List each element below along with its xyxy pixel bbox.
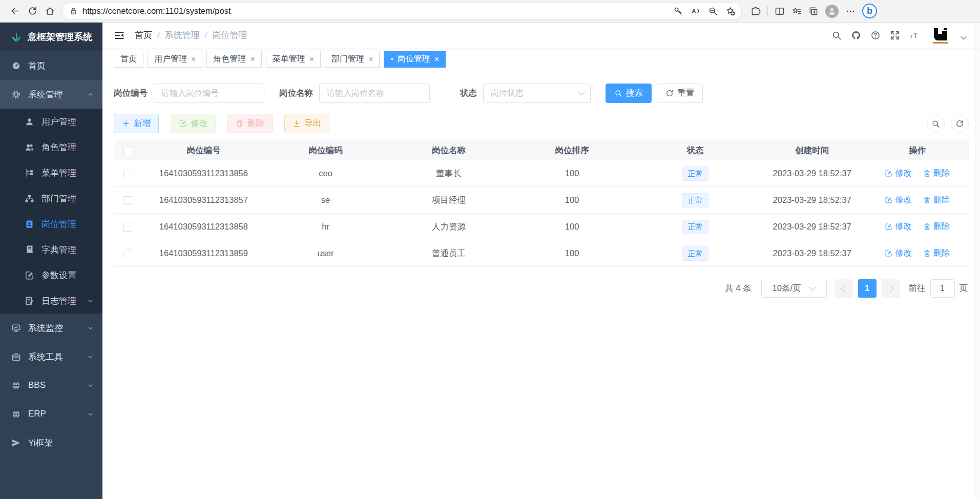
avatar-underline bbox=[933, 42, 948, 44]
read-aloud-icon[interactable] bbox=[691, 6, 700, 16]
user-menu-caret-icon[interactable] bbox=[958, 33, 969, 43]
browser-home-icon[interactable] bbox=[41, 3, 58, 20]
page-size-select[interactable]: 10条/页 bbox=[761, 279, 827, 298]
url-text[interactable]: https://ccnetcore.com:1101/system/post bbox=[82, 6, 673, 16]
close-icon[interactable]: × bbox=[250, 55, 255, 64]
split-screen-icon[interactable] bbox=[775, 6, 785, 16]
close-icon[interactable]: × bbox=[434, 55, 439, 64]
tab-role-management[interactable]: 角色管理 × bbox=[206, 51, 261, 68]
tab-menu-management[interactable]: 菜单管理 × bbox=[266, 51, 321, 68]
copilot-bing-icon[interactable]: b bbox=[862, 4, 877, 18]
status-select[interactable]: 岗位状态 bbox=[483, 84, 591, 103]
breadcrumb-home[interactable]: 首页 bbox=[135, 29, 152, 41]
delete-button[interactable]: 删除 bbox=[227, 114, 273, 133]
sidebar-item-bbs[interactable]: BBS bbox=[0, 371, 102, 400]
sidebar-item-system-management[interactable]: 系统管理 bbox=[0, 80, 102, 109]
address-bar[interactable]: https://ccnetcore.com:1101/system/post bbox=[62, 3, 741, 19]
sidebar-item-log-management[interactable]: 日志管理 bbox=[0, 288, 102, 314]
menu-tree-icon bbox=[25, 168, 34, 178]
row-edit-link[interactable]: 修改 bbox=[885, 221, 911, 232]
row-edit-link[interactable]: 修改 bbox=[885, 248, 911, 259]
breadcrumb-system: 系统管理 bbox=[165, 29, 200, 41]
page-number-1[interactable]: 1 bbox=[858, 279, 877, 298]
add-favorite-icon[interactable] bbox=[725, 6, 735, 16]
tab-dept-management[interactable]: 部门管理 × bbox=[325, 51, 380, 68]
sidebar-item-system-tools[interactable]: 系统工具 bbox=[0, 342, 102, 371]
browser-menu-icon[interactable] bbox=[845, 6, 856, 16]
page-scrollbar[interactable] bbox=[975, 23, 980, 499]
tab-user-management[interactable]: 用户管理 × bbox=[148, 51, 202, 68]
font-size-icon[interactable] bbox=[909, 30, 920, 40]
refresh-table-button[interactable] bbox=[951, 115, 969, 133]
sidebar-submenu-system: 用户管理 角色管理 菜单管理 部门管理 bbox=[0, 109, 102, 314]
password-key-icon[interactable] bbox=[673, 6, 683, 16]
reset-button[interactable]: 重置 bbox=[657, 84, 703, 103]
extensions-icon[interactable] bbox=[750, 6, 761, 16]
sidebar-item-dept-management[interactable]: 部门管理 bbox=[0, 185, 102, 211]
row-edit-link[interactable]: 修改 bbox=[885, 168, 911, 179]
browser-refresh-icon[interactable] bbox=[24, 3, 41, 20]
row-delete-link[interactable]: 删除 bbox=[923, 168, 950, 179]
help-icon[interactable] bbox=[870, 30, 881, 40]
edit-square-icon bbox=[25, 271, 34, 280]
sidebar-item-role-management[interactable]: 角色管理 bbox=[0, 134, 102, 160]
row-delete-link[interactable]: 删除 bbox=[923, 248, 950, 259]
row-checkbox[interactable] bbox=[123, 196, 132, 205]
next-page-button[interactable] bbox=[882, 279, 900, 298]
monitor-icon bbox=[11, 323, 21, 333]
search-icon bbox=[931, 119, 940, 128]
goto-page-input[interactable] bbox=[930, 279, 955, 298]
post-name-input[interactable] bbox=[319, 84, 430, 103]
cell-post-sort: 100 bbox=[512, 214, 633, 240]
table-option-buttons bbox=[927, 115, 969, 133]
export-button[interactable]: 导出 bbox=[284, 114, 329, 133]
user-avatar-logo[interactable] bbox=[932, 27, 949, 44]
search-button[interactable]: 搜索 bbox=[606, 84, 652, 103]
fullscreen-icon[interactable] bbox=[890, 30, 900, 40]
sidebar-item-user-management[interactable]: 用户管理 bbox=[0, 109, 102, 134]
app-logo[interactable]: 意框架管理系统 bbox=[0, 23, 102, 51]
row-checkbox[interactable] bbox=[123, 249, 132, 258]
browser-profile-avatar[interactable] bbox=[825, 5, 839, 18]
cell-post-name: 董事长 bbox=[386, 160, 512, 187]
prev-page-button[interactable] bbox=[835, 279, 853, 298]
row-delete-link[interactable]: 删除 bbox=[923, 221, 950, 232]
favorites-icon[interactable] bbox=[791, 6, 802, 16]
tab-home[interactable]: 首页 bbox=[114, 51, 143, 68]
row-edit-link[interactable]: 修改 bbox=[885, 195, 911, 205]
cell-post-sort: 100 bbox=[512, 187, 633, 214]
row-checkbox[interactable] bbox=[123, 223, 132, 232]
header-search-icon[interactable] bbox=[831, 30, 842, 40]
github-icon[interactable] bbox=[851, 30, 861, 40]
collapse-sidebar-icon[interactable] bbox=[114, 30, 125, 41]
lock-icon[interactable] bbox=[69, 7, 78, 15]
post-code-input[interactable] bbox=[154, 84, 264, 103]
sidebar-item-erp[interactable]: ERP bbox=[0, 400, 102, 428]
tag-tabs-bar: 首页 用户管理 × 角色管理 × 菜单管理 × 部门管理 × bbox=[102, 48, 980, 71]
add-button[interactable]: 新增 bbox=[114, 114, 159, 133]
cell-post-sort: 100 bbox=[512, 240, 633, 267]
sidebar-item-post-management[interactable]: 岗位管理 bbox=[0, 211, 102, 237]
edit-button[interactable]: 修改 bbox=[171, 114, 216, 133]
sidebar-item-menu-management[interactable]: 菜单管理 bbox=[0, 160, 102, 185]
row-checkbox[interactable] bbox=[123, 170, 132, 178]
zoom-out-icon[interactable] bbox=[708, 6, 718, 16]
sidebar-item-dict-management[interactable]: 字典管理 bbox=[0, 237, 102, 262]
sidebar-item-system-monitor[interactable]: 系统监控 bbox=[0, 314, 102, 342]
close-icon[interactable]: × bbox=[368, 55, 373, 64]
close-icon[interactable]: × bbox=[191, 55, 196, 64]
collections-icon[interactable] bbox=[808, 6, 819, 16]
table-toolbar: 新增 修改 删除 导出 bbox=[114, 114, 969, 133]
active-dot-icon: ● bbox=[390, 57, 393, 61]
show-search-button[interactable] bbox=[927, 115, 945, 133]
close-icon[interactable]: × bbox=[309, 55, 314, 64]
row-delete-link[interactable]: 删除 bbox=[923, 195, 950, 205]
sidebar-item-home[interactable]: 首页 bbox=[0, 51, 102, 80]
browser-back-icon[interactable] bbox=[6, 3, 24, 20]
cell-created: 2023-03-29 18:52:37 bbox=[758, 240, 866, 267]
tab-post-management[interactable]: ● 岗位管理 × bbox=[384, 51, 446, 68]
status-badge: 正常 bbox=[682, 220, 708, 234]
sidebar-item-yi-framework[interactable]: Yi框架 bbox=[0, 428, 102, 457]
sidebar-item-param-settings[interactable]: 参数设置 bbox=[0, 262, 102, 288]
select-all-checkbox[interactable] bbox=[123, 147, 132, 155]
